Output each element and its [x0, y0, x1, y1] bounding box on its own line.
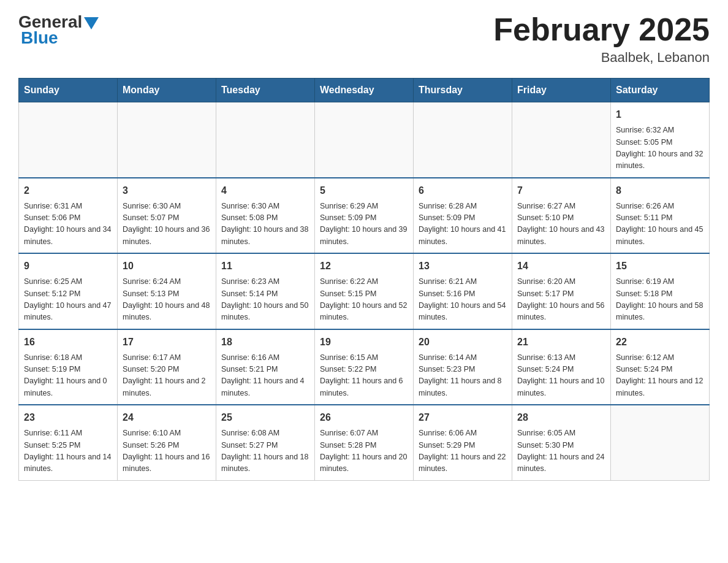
day-info: Sunrise: 6:06 AMSunset: 5:29 PMDaylight:… [419, 427, 507, 475]
day-number: 16 [24, 335, 112, 350]
day-info: Sunrise: 6:10 AMSunset: 5:26 PMDaylight:… [123, 427, 211, 475]
day-number: 25 [221, 410, 309, 425]
calendar-cell [118, 102, 216, 178]
day-info: Sunrise: 6:28 AMSunset: 5:09 PMDaylight:… [419, 201, 507, 248]
weekday-header-saturday: Saturday [611, 79, 710, 102]
calendar-cell: 6Sunrise: 6:28 AMSunset: 5:09 PMDaylight… [414, 178, 512, 254]
logo: General Blue [18, 12, 100, 48]
calendar-cell: 11Sunrise: 6:23 AMSunset: 5:14 PMDayligh… [216, 253, 315, 329]
day-info: Sunrise: 6:15 AMSunset: 5:22 PMDaylight:… [320, 352, 408, 400]
day-number: 6 [419, 183, 507, 198]
weekday-header-thursday: Thursday [414, 79, 512, 102]
calendar-cell: 21Sunrise: 6:13 AMSunset: 5:24 PMDayligh… [512, 329, 611, 405]
calendar-cell: 12Sunrise: 6:22 AMSunset: 5:15 PMDayligh… [315, 253, 414, 329]
day-info: Sunrise: 6:31 AMSunset: 5:06 PMDaylight:… [24, 201, 112, 248]
day-info: Sunrise: 6:16 AMSunset: 5:21 PMDaylight:… [221, 352, 309, 400]
day-info: Sunrise: 6:12 AMSunset: 5:24 PMDaylight:… [616, 352, 704, 400]
day-info: Sunrise: 6:29 AMSunset: 5:09 PMDaylight:… [320, 201, 408, 248]
weekday-header-friday: Friday [512, 79, 611, 102]
day-number: 4 [221, 183, 309, 198]
calendar-cell: 14Sunrise: 6:20 AMSunset: 5:17 PMDayligh… [512, 253, 611, 329]
calendar-title: February 2025 [493, 12, 710, 47]
day-number: 2 [24, 183, 112, 198]
day-number: 3 [123, 183, 211, 198]
calendar-cell: 13Sunrise: 6:21 AMSunset: 5:16 PMDayligh… [414, 253, 512, 329]
calendar-table: SundayMondayTuesdayWednesdayThursdayFrid… [18, 78, 710, 481]
calendar-cell: 8Sunrise: 6:26 AMSunset: 5:11 PMDaylight… [611, 178, 710, 254]
calendar-cell: 20Sunrise: 6:14 AMSunset: 5:23 PMDayligh… [414, 329, 512, 405]
day-number: 10 [123, 259, 211, 274]
day-info: Sunrise: 6:19 AMSunset: 5:18 PMDaylight:… [616, 276, 704, 324]
calendar-cell [611, 405, 710, 480]
day-number: 5 [320, 183, 408, 198]
calendar-cell: 7Sunrise: 6:27 AMSunset: 5:10 PMDaylight… [512, 178, 611, 254]
day-info: Sunrise: 6:13 AMSunset: 5:24 PMDaylight:… [517, 352, 605, 400]
day-info: Sunrise: 6:11 AMSunset: 5:25 PMDaylight:… [24, 427, 112, 475]
day-info: Sunrise: 6:26 AMSunset: 5:11 PMDaylight:… [616, 201, 704, 248]
calendar-cell: 28Sunrise: 6:05 AMSunset: 5:30 PMDayligh… [512, 405, 611, 480]
day-number: 19 [320, 335, 408, 350]
page-header: General Blue February 2025 Baalbek, Leba… [18, 12, 710, 66]
calendar-cell: 27Sunrise: 6:06 AMSunset: 5:29 PMDayligh… [414, 405, 512, 480]
day-number: 22 [616, 335, 704, 350]
day-info: Sunrise: 6:17 AMSunset: 5:20 PMDaylight:… [123, 352, 211, 400]
day-number: 28 [517, 410, 605, 425]
calendar-cell: 1Sunrise: 6:32 AMSunset: 5:05 PMDaylight… [611, 102, 710, 178]
day-info: Sunrise: 6:20 AMSunset: 5:17 PMDaylight:… [517, 276, 605, 324]
logo-blue-text: Blue [21, 28, 58, 48]
day-info: Sunrise: 6:24 AMSunset: 5:13 PMDaylight:… [123, 276, 211, 324]
calendar-cell: 5Sunrise: 6:29 AMSunset: 5:09 PMDaylight… [315, 178, 414, 254]
day-info: Sunrise: 6:14 AMSunset: 5:23 PMDaylight:… [419, 352, 507, 400]
day-number: 7 [517, 183, 605, 198]
calendar-week-4: 16Sunrise: 6:18 AMSunset: 5:19 PMDayligh… [19, 329, 710, 405]
day-number: 12 [320, 259, 408, 274]
calendar-cell: 24Sunrise: 6:10 AMSunset: 5:26 PMDayligh… [118, 405, 216, 480]
calendar-cell [216, 102, 315, 178]
day-info: Sunrise: 6:22 AMSunset: 5:15 PMDaylight:… [320, 276, 408, 324]
weekday-header-sunday: Sunday [19, 79, 118, 102]
calendar-cell: 3Sunrise: 6:30 AMSunset: 5:07 PMDaylight… [118, 178, 216, 254]
calendar-cell: 16Sunrise: 6:18 AMSunset: 5:19 PMDayligh… [19, 329, 118, 405]
weekday-header-wednesday: Wednesday [315, 79, 414, 102]
calendar-cell: 10Sunrise: 6:24 AMSunset: 5:13 PMDayligh… [118, 253, 216, 329]
calendar-cell: 2Sunrise: 6:31 AMSunset: 5:06 PMDaylight… [19, 178, 118, 254]
calendar-cell: 9Sunrise: 6:25 AMSunset: 5:12 PMDaylight… [19, 253, 118, 329]
weekday-header-tuesday: Tuesday [216, 79, 315, 102]
day-info: Sunrise: 6:07 AMSunset: 5:28 PMDaylight:… [320, 427, 408, 475]
calendar-cell: 4Sunrise: 6:30 AMSunset: 5:08 PMDaylight… [216, 178, 315, 254]
day-number: 15 [616, 259, 704, 274]
calendar-cell: 17Sunrise: 6:17 AMSunset: 5:20 PMDayligh… [118, 329, 216, 405]
day-number: 14 [517, 259, 605, 274]
calendar-cell: 23Sunrise: 6:11 AMSunset: 5:25 PMDayligh… [19, 405, 118, 480]
calendar-cell [19, 102, 118, 178]
day-number: 8 [616, 183, 704, 198]
day-info: Sunrise: 6:27 AMSunset: 5:10 PMDaylight:… [517, 201, 605, 248]
day-info: Sunrise: 6:08 AMSunset: 5:27 PMDaylight:… [221, 427, 309, 475]
day-info: Sunrise: 6:32 AMSunset: 5:05 PMDaylight:… [616, 124, 704, 172]
day-number: 13 [419, 259, 507, 274]
day-number: 9 [24, 259, 112, 274]
calendar-week-3: 9Sunrise: 6:25 AMSunset: 5:12 PMDaylight… [19, 253, 710, 329]
day-info: Sunrise: 6:21 AMSunset: 5:16 PMDaylight:… [419, 276, 507, 324]
title-block: February 2025 Baalbek, Lebanon [493, 12, 710, 66]
calendar-cell: 19Sunrise: 6:15 AMSunset: 5:22 PMDayligh… [315, 329, 414, 405]
calendar-cell [315, 102, 414, 178]
day-number: 17 [123, 335, 211, 350]
calendar-cell: 26Sunrise: 6:07 AMSunset: 5:28 PMDayligh… [315, 405, 414, 480]
calendar-week-1: 1Sunrise: 6:32 AMSunset: 5:05 PMDaylight… [19, 102, 710, 178]
day-info: Sunrise: 6:30 AMSunset: 5:08 PMDaylight:… [221, 201, 309, 248]
calendar-cell: 25Sunrise: 6:08 AMSunset: 5:27 PMDayligh… [216, 405, 315, 480]
day-info: Sunrise: 6:23 AMSunset: 5:14 PMDaylight:… [221, 276, 309, 324]
day-number: 27 [419, 410, 507, 425]
calendar-week-2: 2Sunrise: 6:31 AMSunset: 5:06 PMDaylight… [19, 178, 710, 254]
calendar-cell [512, 102, 611, 178]
day-number: 20 [419, 335, 507, 350]
calendar-cell: 18Sunrise: 6:16 AMSunset: 5:21 PMDayligh… [216, 329, 315, 405]
calendar-cell: 22Sunrise: 6:12 AMSunset: 5:24 PMDayligh… [611, 329, 710, 405]
calendar-subtitle: Baalbek, Lebanon [493, 50, 710, 66]
day-number: 11 [221, 259, 309, 274]
day-number: 23 [24, 410, 112, 425]
weekday-header-monday: Monday [118, 79, 216, 102]
day-info: Sunrise: 6:18 AMSunset: 5:19 PMDaylight:… [24, 352, 112, 400]
day-number: 18 [221, 335, 309, 350]
